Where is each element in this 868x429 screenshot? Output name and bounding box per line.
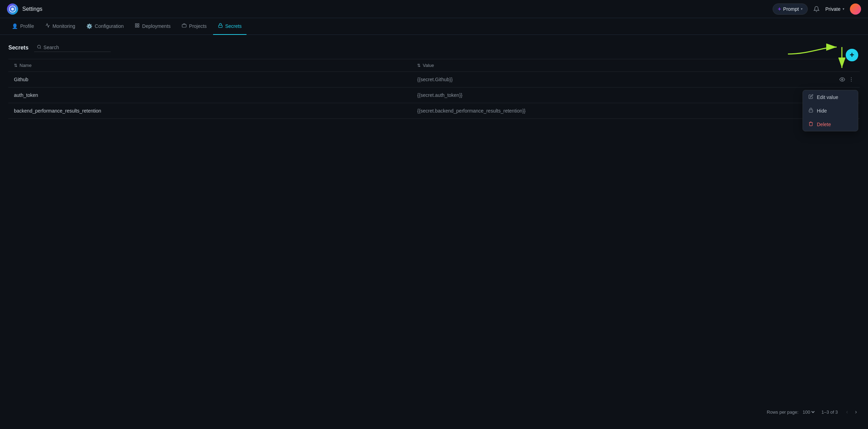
tab-secrets[interactable]: Secrets bbox=[213, 18, 247, 35]
search-wrapper bbox=[34, 43, 111, 52]
tab-monitoring-label: Monitoring bbox=[53, 23, 75, 29]
row-value-backend: {{secret.backend_performance_results_ret… bbox=[417, 108, 854, 114]
col-value-header: ⇅ Value bbox=[417, 63, 854, 68]
chevron-down-icon: ▾ bbox=[801, 7, 803, 11]
app-title: Settings bbox=[22, 6, 42, 12]
rows-per-page-select[interactable]: 100 50 25 bbox=[801, 409, 816, 415]
context-menu-edit-value[interactable]: Edit value bbox=[803, 90, 858, 104]
tab-projects-label: Projects bbox=[189, 23, 207, 29]
topbar-left: Settings bbox=[7, 3, 42, 15]
sort-value-icon[interactable]: ⇅ bbox=[417, 63, 421, 68]
prompt-label: Prompt bbox=[783, 6, 799, 12]
pagination-range: 1–3 of 3 bbox=[821, 409, 838, 415]
search-icon bbox=[37, 45, 41, 50]
private-menu-button[interactable]: Private ▾ bbox=[825, 6, 844, 12]
main-content: Secrets ⇅ Name ⇅ Value Github { bbox=[0, 35, 868, 127]
secrets-icon bbox=[218, 23, 223, 29]
hide-icon bbox=[808, 108, 813, 114]
nav-tabs: 👤 Profile Monitoring ⚙️ Configuration De… bbox=[0, 18, 868, 35]
app-logo bbox=[7, 3, 18, 15]
table-row: Github {{secret.Github}} bbox=[8, 72, 860, 87]
row-name-github: Github bbox=[14, 77, 417, 82]
context-menu-delete[interactable]: Delete bbox=[803, 117, 858, 131]
monitoring-icon bbox=[45, 23, 50, 29]
trash-icon bbox=[808, 121, 813, 127]
row-name-auth-token: auth_token bbox=[14, 92, 417, 98]
svg-point-13 bbox=[851, 81, 852, 82]
tab-projects[interactable]: Projects bbox=[177, 18, 212, 35]
col-name-label: Name bbox=[19, 63, 32, 68]
prompt-button[interactable]: + Prompt ▾ bbox=[773, 3, 808, 15]
tab-configuration-label: Configuration bbox=[95, 23, 124, 29]
next-page-button[interactable]: › bbox=[852, 407, 860, 416]
svg-rect-6 bbox=[182, 24, 186, 27]
row-eye-button-github[interactable] bbox=[839, 77, 845, 82]
context-menu: Edit value Hide Delete bbox=[803, 90, 858, 131]
svg-rect-3 bbox=[138, 24, 139, 25]
hide-label: Hide bbox=[817, 108, 827, 114]
svg-rect-5 bbox=[138, 26, 139, 27]
tab-profile[interactable]: 👤 Profile bbox=[7, 18, 39, 35]
tab-deployments[interactable]: Deployments bbox=[130, 18, 175, 35]
private-label: Private bbox=[825, 6, 840, 12]
col-value-label: Value bbox=[423, 63, 434, 68]
svg-point-12 bbox=[851, 79, 852, 80]
topbar: Settings + Prompt ▾ Private ▾ bbox=[0, 0, 868, 18]
pagination-nav: ‹ › bbox=[843, 407, 860, 416]
search-input[interactable] bbox=[44, 45, 108, 50]
svg-rect-7 bbox=[218, 25, 222, 27]
table-row: auth_token {{secret.auth_token}} bbox=[8, 87, 860, 103]
sort-name-icon[interactable]: ⇅ bbox=[14, 63, 17, 68]
edit-value-label: Edit value bbox=[817, 94, 838, 100]
add-secret-button[interactable]: + bbox=[846, 49, 858, 61]
avatar[interactable] bbox=[850, 3, 861, 15]
row-more-button-github[interactable] bbox=[849, 77, 854, 82]
svg-point-1 bbox=[11, 8, 14, 10]
pagination-rows-per-page: Rows per page: 100 50 25 bbox=[767, 409, 816, 415]
delete-label: Delete bbox=[817, 122, 831, 127]
prev-page-button[interactable]: ‹ bbox=[843, 407, 851, 416]
tab-configuration[interactable]: ⚙️ Configuration bbox=[81, 18, 128, 35]
svg-rect-4 bbox=[135, 26, 137, 27]
secrets-header: Secrets bbox=[8, 43, 860, 52]
svg-point-8 bbox=[37, 45, 40, 48]
row-value-github: {{secret.Github}} bbox=[417, 77, 839, 82]
tab-profile-label: Profile bbox=[20, 23, 34, 29]
table-row: backend_performance_results_retention {{… bbox=[8, 103, 860, 119]
pagination: Rows per page: 100 50 25 1–3 of 3 ‹ › bbox=[0, 402, 868, 422]
col-name-header: ⇅ Name bbox=[14, 63, 417, 68]
profile-icon: 👤 bbox=[12, 23, 18, 29]
rows-per-page-label: Rows per page: bbox=[767, 409, 798, 415]
edit-icon bbox=[808, 94, 813, 100]
svg-rect-16 bbox=[809, 110, 813, 112]
table-header: ⇅ Name ⇅ Value bbox=[8, 59, 860, 72]
tab-monitoring[interactable]: Monitoring bbox=[40, 18, 80, 35]
chevron-down-icon: ▾ bbox=[843, 7, 844, 11]
row-name-backend: backend_performance_results_retention bbox=[14, 108, 417, 114]
svg-rect-2 bbox=[135, 24, 137, 25]
svg-point-10 bbox=[842, 79, 843, 80]
tab-secrets-label: Secrets bbox=[225, 23, 242, 29]
tab-deployments-label: Deployments bbox=[142, 23, 171, 29]
topbar-right: + Prompt ▾ Private ▾ bbox=[773, 3, 861, 15]
row-value-auth-token: {{secret.auth_token}} bbox=[417, 92, 854, 98]
secrets-page-title: Secrets bbox=[8, 45, 29, 51]
context-menu-hide[interactable]: Hide bbox=[803, 104, 858, 117]
configuration-icon: ⚙️ bbox=[86, 23, 92, 29]
deployments-icon bbox=[135, 23, 140, 29]
row-actions-github bbox=[839, 77, 854, 82]
svg-point-11 bbox=[851, 77, 852, 78]
svg-line-9 bbox=[40, 48, 41, 48]
plus-icon: + bbox=[778, 6, 781, 12]
projects-icon bbox=[182, 23, 187, 29]
secrets-table: ⇅ Name ⇅ Value Github {{secret.Github}} bbox=[8, 59, 860, 119]
notification-bell-button[interactable] bbox=[813, 6, 820, 12]
